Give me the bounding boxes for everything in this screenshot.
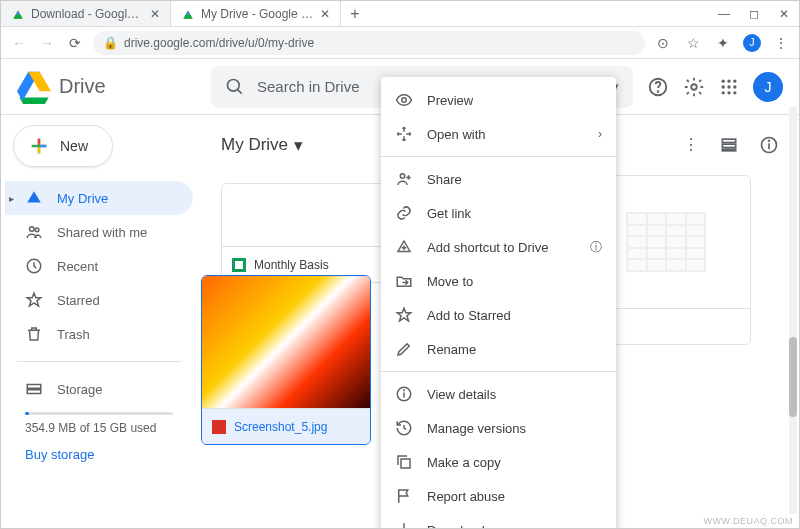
sidebar-item-label: Trash	[57, 327, 90, 342]
svg-point-12	[727, 79, 730, 82]
scrollbar-thumb[interactable]	[789, 337, 797, 417]
new-tab-button[interactable]: +	[341, 1, 369, 26]
close-window-button[interactable]: ✕	[769, 1, 799, 26]
file-name: Screenshot_5.jpg	[234, 420, 327, 434]
chevron-down-icon: ▾	[294, 135, 303, 156]
download-icon	[395, 521, 413, 529]
svg-point-14	[722, 85, 725, 88]
scrollbar[interactable]	[789, 107, 797, 514]
flag-icon	[395, 487, 413, 505]
app-name: Drive	[59, 75, 106, 98]
back-button[interactable]: ←	[9, 35, 29, 51]
breadcrumb[interactable]: My Drive ▾	[221, 135, 303, 156]
ctx-copy[interactable]: Make a copy	[381, 445, 616, 479]
drive-add-icon	[395, 238, 413, 256]
person-plus-icon	[395, 170, 413, 188]
address-bar[interactable]: 🔒 drive.google.com/drive/u/0/my-drive	[93, 31, 645, 55]
file-name: Monthly Basis	[254, 258, 329, 272]
close-icon[interactable]: ✕	[150, 7, 160, 21]
ctx-label: Manage versions	[427, 421, 526, 436]
ctx-rename[interactable]: Rename	[381, 332, 616, 366]
support-icon[interactable]	[647, 76, 669, 98]
sidebar-item-label: My Drive	[57, 191, 108, 206]
svg-point-10	[691, 84, 697, 90]
ctx-label: Open with	[427, 127, 486, 142]
ctx-label: Rename	[427, 342, 476, 357]
svg-marker-1	[13, 14, 22, 18]
svg-point-13	[733, 79, 736, 82]
svg-point-20	[30, 227, 35, 232]
search-placeholder: Search in Drive	[257, 78, 360, 95]
list-view-icon[interactable]	[719, 135, 739, 155]
svg-point-19	[733, 91, 736, 94]
image-thumbnail	[202, 276, 370, 408]
sidebar-item-label: Starred	[57, 293, 100, 308]
more-options-icon[interactable]: ⋮	[683, 135, 699, 155]
zoom-icon[interactable]: ⊙	[653, 35, 673, 51]
svg-point-18	[727, 91, 730, 94]
sheet-thumbnail	[626, 212, 706, 272]
file-card-monthly[interactable]: Monthly Basis	[221, 183, 391, 283]
sidebar-item-starred[interactable]: Starred	[5, 283, 193, 317]
star-icon	[395, 306, 413, 324]
ctx-moveto[interactable]: Move to	[381, 264, 616, 298]
sidebar-item-trash[interactable]: Trash	[5, 317, 193, 351]
ctx-getlink[interactable]: Get link	[381, 196, 616, 230]
ctx-download[interactable]: Download	[381, 513, 616, 529]
browser-tab-0[interactable]: Download - Google Drive ✕	[1, 1, 171, 26]
ctx-addstar[interactable]: Add to Starred	[381, 298, 616, 332]
svg-marker-5	[186, 10, 191, 14]
ctx-preview[interactable]: Preview	[381, 83, 616, 117]
menu-icon[interactable]: ⋮	[771, 35, 791, 51]
ctx-share[interactable]: Share	[381, 162, 616, 196]
file-card-screenshot[interactable]: Screenshot_5.jpg	[201, 275, 371, 445]
ctx-label: Preview	[427, 93, 473, 108]
sheets-icon	[232, 258, 246, 272]
image-icon	[212, 420, 226, 434]
sidebar-item-storage[interactable]: Storage	[5, 372, 193, 406]
tab-title: Download - Google Drive	[31, 7, 144, 21]
link-icon	[395, 204, 413, 222]
sidebar-item-recent[interactable]: Recent	[5, 249, 193, 283]
ctx-openwith[interactable]: Open with›	[381, 117, 616, 151]
svg-point-15	[727, 85, 730, 88]
ctx-abuse[interactable]: Report abuse	[381, 479, 616, 513]
ctx-details[interactable]: View details	[381, 377, 616, 411]
close-icon[interactable]: ✕	[320, 7, 330, 21]
buy-storage-link[interactable]: Buy storage	[25, 447, 173, 462]
minimize-button[interactable]: —	[709, 1, 739, 26]
help-icon[interactable]: ⓘ	[590, 239, 602, 256]
sidebar-item-shared[interactable]: Shared with me	[5, 215, 193, 249]
reload-button[interactable]: ⟳	[65, 35, 85, 51]
ctx-label: Get link	[427, 206, 471, 221]
drive-logo[interactable]: Drive	[17, 70, 197, 104]
new-button[interactable]: New	[13, 125, 113, 167]
svg-rect-27	[722, 149, 735, 151]
account-avatar[interactable]: J	[753, 72, 783, 102]
svg-point-21	[35, 228, 39, 232]
svg-marker-4	[183, 14, 192, 18]
svg-point-11	[722, 79, 725, 82]
maximize-button[interactable]: ◻	[739, 1, 769, 26]
eye-icon	[395, 91, 413, 109]
svg-point-30	[769, 140, 770, 141]
star-icon[interactable]: ☆	[683, 35, 703, 51]
extensions-icon[interactable]: ✦	[713, 35, 733, 51]
svg-rect-25	[722, 139, 735, 142]
settings-icon[interactable]	[683, 76, 705, 98]
ctx-shortcut[interactable]: Add shortcut to Driveⓘ	[381, 230, 616, 264]
forward-button[interactable]: →	[37, 35, 57, 51]
sidebar-item-my-drive[interactable]: My Drive	[5, 181, 193, 215]
ctx-label: Add to Starred	[427, 308, 511, 323]
ctx-versions[interactable]: Manage versions	[381, 411, 616, 445]
info-icon[interactable]	[759, 135, 779, 155]
ctx-label: Make a copy	[427, 455, 501, 470]
svg-point-6	[228, 79, 240, 91]
chevron-right-icon: ›	[598, 127, 602, 141]
svg-rect-26	[722, 144, 735, 147]
svg-point-9	[658, 91, 659, 92]
browser-tab-1[interactable]: My Drive - Google Drive ✕	[171, 1, 341, 26]
browser-profile-avatar[interactable]: J	[743, 34, 761, 52]
sidebar: New My Drive Shared with me Recent Starr…	[1, 115, 201, 528]
apps-icon[interactable]	[719, 77, 739, 97]
